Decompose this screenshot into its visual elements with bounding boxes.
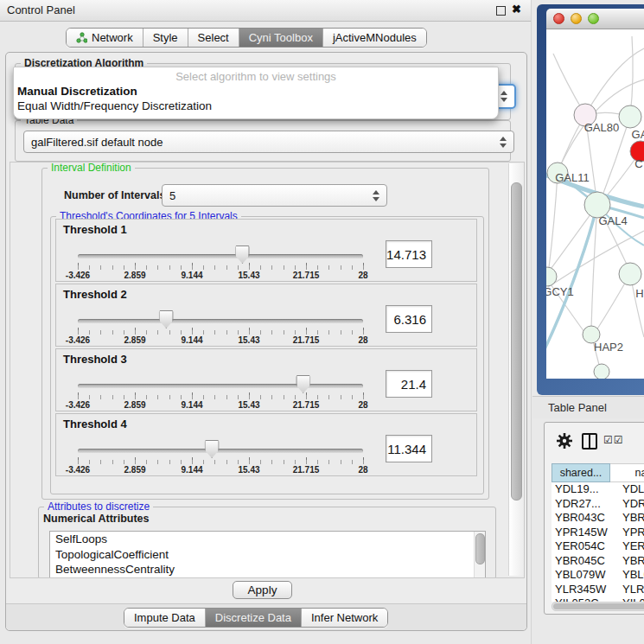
tab-infer-network[interactable]: Infer Network xyxy=(301,609,387,627)
network-edge[interactable] xyxy=(585,48,644,115)
settings-scrollbar[interactable] xyxy=(508,163,524,576)
tab-network[interactable]: Network xyxy=(67,29,143,47)
cell-shared-name[interactable]: YBL079W xyxy=(552,568,610,583)
table-hscrollbar-thumb[interactable] xyxy=(553,603,644,609)
cell-name[interactable]: YBR0 xyxy=(610,554,644,569)
tick-label: 15.43 xyxy=(238,335,259,345)
apply-button[interactable]: Apply xyxy=(233,581,292,599)
tick-label: 9.144 xyxy=(181,400,202,410)
group-title: Attributes to discretize xyxy=(44,501,153,513)
network-edge[interactable] xyxy=(630,36,633,117)
numerical-attributes-list[interactable]: SelfLoopsTopologicalCoefficientBetweenne… xyxy=(49,531,486,578)
split-column-icon[interactable] xyxy=(582,433,597,450)
column-header-shared-name[interactable]: shared... xyxy=(552,463,610,482)
threshold-value-field[interactable]: 21.4 xyxy=(386,370,432,398)
checkbox-columns-icon[interactable]: ☑☑ xyxy=(603,434,624,446)
cell-name[interactable]: YDL1 xyxy=(610,482,644,497)
threshold-value-field[interactable]: 6.316 xyxy=(386,305,432,333)
cell-name[interactable]: YER0 xyxy=(610,539,644,554)
threshold-block: Threshold 2-3.4262.8599.14415.4321.71528… xyxy=(55,284,477,347)
number-of-intervals-combobox[interactable]: 5 xyxy=(162,184,387,207)
tick-label: 15.43 xyxy=(238,400,259,410)
table-rows: YDL19...YDL1YDR27...YDR2YBR043CYBR0YPR14… xyxy=(552,482,644,602)
popup-item-equal-width-frequency[interactable]: Equal Width/Frequency Discretization xyxy=(14,98,498,112)
cell-shared-name[interactable]: YPR145W xyxy=(552,526,610,540)
table-data-combobox[interactable]: galFiltered.sif default node xyxy=(23,131,514,153)
cell-shared-name[interactable]: YDL19... xyxy=(552,482,610,497)
popup-hint: Select algorithm to view settings xyxy=(14,67,498,83)
cell-name[interactable]: YPR1 xyxy=(610,526,644,540)
cell-name[interactable]: YBL0 xyxy=(610,568,644,583)
combo-arrows-icon xyxy=(373,190,379,201)
popup-item-manual-discretization[interactable]: Manual Discretization xyxy=(14,83,498,98)
tab-style[interactable]: Style xyxy=(143,29,188,47)
tab-discretize-data[interactable]: Discretize Data xyxy=(205,609,301,627)
table-row[interactable]: YBR045CYBR0 xyxy=(552,554,644,569)
network-node[interactable] xyxy=(619,263,641,285)
tab-label: Impute Data xyxy=(134,611,195,624)
bottom-tab-bar: Impute Data Discretize Data Infer Networ… xyxy=(124,608,388,628)
combo-value: 5 xyxy=(169,189,175,202)
slider-track[interactable] xyxy=(78,319,363,323)
network-node[interactable] xyxy=(619,105,641,128)
cell-shared-name[interactable]: YBR045C xyxy=(552,554,610,569)
close-icon[interactable]: ✖ xyxy=(512,3,521,16)
attribute-item[interactable]: SelfLoops xyxy=(50,532,485,547)
table-row[interactable]: YLR345WYLR3 xyxy=(552,583,644,597)
slider-thumb[interactable] xyxy=(296,375,310,393)
gear-icon[interactable] xyxy=(556,432,573,450)
attributes-scrollbar-thumb[interactable] xyxy=(475,533,485,564)
table-row[interactable]: YDL19...YDL1 xyxy=(552,482,644,497)
cell-shared-name[interactable]: YDR27... xyxy=(552,497,610,512)
slider-thumb[interactable] xyxy=(205,440,220,458)
table-hscrollbar[interactable] xyxy=(552,602,644,611)
slider-track[interactable] xyxy=(78,384,363,388)
tab-cyni-toolbox[interactable]: Cyni Toolbox xyxy=(239,29,322,47)
column-header-name[interactable]: na xyxy=(610,463,644,482)
network-node[interactable] xyxy=(594,364,609,379)
threshold-block: Threshold 3-3.4262.8599.14415.4321.71528… xyxy=(55,348,477,411)
network-node[interactable] xyxy=(546,267,557,286)
cell-shared-name[interactable]: YLR345W xyxy=(552,583,610,597)
zoom-traffic-light-icon[interactable] xyxy=(588,13,599,24)
network-window-titlebar[interactable] xyxy=(546,9,644,29)
panel-title: Control Panel xyxy=(7,3,75,16)
cell-name[interactable]: YBR0 xyxy=(610,511,644,526)
tab-select[interactable]: Select xyxy=(188,29,239,47)
threshold-value-field[interactable]: 14.713 xyxy=(386,240,432,268)
cell-name[interactable]: YLR3 xyxy=(610,583,644,597)
tick-label: -3.426 xyxy=(66,400,90,410)
attribute-item[interactable]: BetweennessCentrality xyxy=(50,562,485,577)
slider-track[interactable] xyxy=(78,254,363,258)
threshold-value-field[interactable]: 11.344 xyxy=(386,435,432,462)
cell-shared-name[interactable]: YER054C xyxy=(552,539,610,554)
tick-label: 2.859 xyxy=(124,465,145,475)
tab-impute-data[interactable]: Impute Data xyxy=(124,609,205,627)
tab-jactivemnodules[interactable]: jActiveMNodules xyxy=(322,29,426,47)
cell-name[interactable]: YDR2 xyxy=(610,497,644,512)
close-traffic-light-icon[interactable] xyxy=(553,13,564,24)
table-row[interactable]: YPR145WYPR1 xyxy=(552,526,644,540)
network-edge[interactable] xyxy=(548,173,558,275)
tick-label: 2.859 xyxy=(124,335,145,345)
slider-track[interactable] xyxy=(78,449,363,453)
tick-label: 28 xyxy=(358,400,367,410)
tick-label: 9.144 xyxy=(181,335,202,345)
cyni-toolbox-panel: Discretization Algorithm Table Data galF… xyxy=(5,52,527,631)
combo-arrows-icon xyxy=(500,137,507,148)
network-canvas[interactable]: GAL80GACGAL11GAL4GCY1HHAP2 xyxy=(546,29,644,379)
settings-scrollbar-thumb[interactable] xyxy=(511,182,522,501)
slider-thumb[interactable] xyxy=(159,310,174,328)
table-row[interactable]: YDR27...YDR2 xyxy=(552,497,644,512)
slider-thumb[interactable] xyxy=(235,245,250,264)
attributes-scrollbar[interactable] xyxy=(474,532,485,578)
table-row[interactable]: YBR043CYBR0 xyxy=(552,511,644,526)
cell-shared-name[interactable]: YBR043C xyxy=(552,511,610,526)
table-row[interactable]: YBL079WYBL0 xyxy=(552,568,644,583)
table-row[interactable]: YER054CYER0 xyxy=(552,539,644,554)
attribute-item[interactable]: TopologicalCoefficient xyxy=(50,547,485,563)
tick-label: -3.426 xyxy=(66,335,90,345)
node-label: HAP2 xyxy=(594,341,623,354)
float-window-icon[interactable] xyxy=(496,6,506,16)
minimize-traffic-light-icon[interactable] xyxy=(571,13,582,24)
